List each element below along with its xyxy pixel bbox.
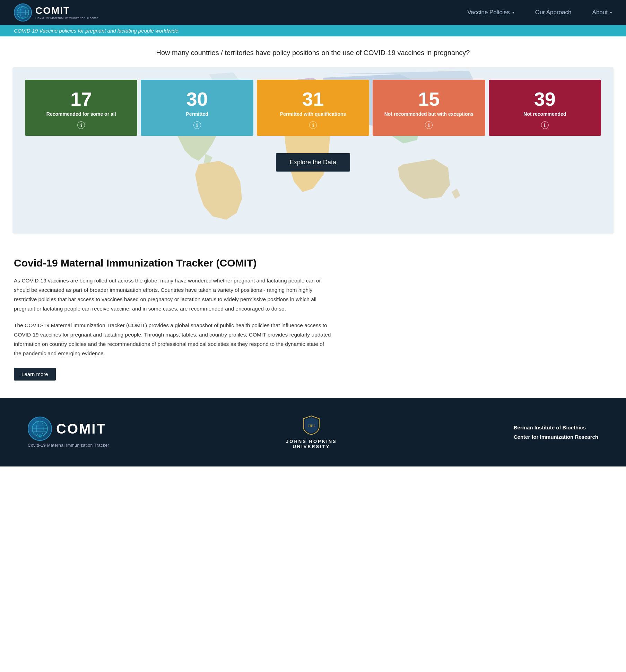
info-para-2: The COVID-19 Maternal Immunization Track… [14, 321, 333, 358]
banner: COVID-19 Vaccine policies for pregnant a… [0, 25, 626, 36]
chevron-down-icon: ▾ [512, 10, 514, 15]
stat-card-0: 17Recommended for some or allℹ [25, 80, 137, 136]
stat-label-0: Recommended for some or all [46, 111, 116, 117]
learn-more-button[interactable]: Learn more [14, 368, 56, 381]
stat-number-1: 30 [186, 89, 208, 109]
stat-card-1: 30Permittedℹ [141, 80, 253, 136]
footer: COMIT Covid-19 Maternal Immunization Tra… [0, 398, 626, 466]
stat-info-icon-3[interactable]: ℹ [425, 121, 433, 129]
footer-org-2: Center for Immunization Research [514, 434, 598, 440]
nav-about[interactable]: About ▾ [592, 9, 612, 16]
footer-comit-text: COMIT [56, 421, 106, 437]
footer-subtitle: Covid-19 Maternal Immunization Tracker [28, 443, 109, 448]
stat-label-3: Not recommended but with exceptions [384, 111, 473, 117]
navbar: COMIT Covid-19 Maternal Immunization Tra… [0, 0, 626, 25]
svg-text:JHU: JHU [308, 424, 315, 428]
info-para-1: As COVID-19 vaccines are being rolled ou… [14, 276, 333, 314]
stat-number-4: 39 [534, 89, 556, 109]
stat-info-icon-2[interactable]: ℹ [309, 121, 317, 129]
nav-our-approach[interactable]: Our Approach [535, 9, 572, 16]
explore-data-button[interactable]: Explore the Data [276, 153, 350, 172]
info-section: Covid-19 Maternal Immunization Tracker (… [0, 241, 347, 398]
svg-point-13 [39, 434, 41, 436]
stat-info-icon-4[interactable]: ℹ [541, 121, 549, 129]
question-heading: How many countries / territories have po… [0, 36, 626, 60]
footer-logo: COMIT Covid-19 Maternal Immunization Tra… [28, 417, 109, 448]
stats-row: 17Recommended for some or allℹ30Permitte… [12, 67, 614, 136]
footer-jhu: JHU JOHNS HOPKINS UNIVERSITY [286, 415, 337, 449]
stat-label-2: Permitted with qualifications [280, 111, 346, 117]
nav-logo: COMIT Covid-19 Maternal Immunization Tra… [14, 3, 98, 21]
jhu-logo: JOHNS HOPKINS UNIVERSITY [286, 439, 337, 449]
stat-number-3: 15 [418, 89, 440, 109]
stat-number-2: 31 [302, 89, 324, 109]
map-section: 17Recommended for some or allℹ30Permitte… [12, 67, 614, 234]
footer-orgs: Berman Institute of Bioethics Center for… [514, 425, 598, 440]
info-title: Covid-19 Maternal Immunization Tracker (… [14, 257, 333, 269]
svg-point-5 [22, 16, 24, 18]
stat-label-4: Not recommended [523, 111, 566, 117]
logo-comit-text: COMIT [35, 5, 98, 16]
stat-number-0: 17 [70, 89, 92, 109]
nav-vaccine-policies[interactable]: Vaccine Policies ▾ [467, 9, 514, 16]
stat-label-1: Permitted [186, 111, 208, 117]
footer-globe-icon [28, 417, 52, 441]
stat-card-3: 15Not recommended but with exceptionsℹ [373, 80, 485, 136]
stat-card-2: 31Permitted with qualificationsℹ [257, 80, 369, 136]
nav-links: Vaccine Policies ▾ Our Approach About ▾ [467, 9, 612, 16]
stat-info-icon-1[interactable]: ℹ [193, 121, 201, 129]
footer-org-1: Berman Institute of Bioethics [514, 425, 598, 430]
logo-globe-icon [14, 3, 32, 21]
logo-subtitle: Covid-19 Maternal Immunization Tracker [35, 16, 98, 20]
stat-card-4: 39Not recommendedℹ [489, 80, 601, 136]
stat-info-icon-0[interactable]: ℹ [77, 121, 85, 129]
chevron-down-icon-about: ▾ [610, 10, 612, 15]
explore-button-wrap: Explore the Data [12, 136, 614, 189]
